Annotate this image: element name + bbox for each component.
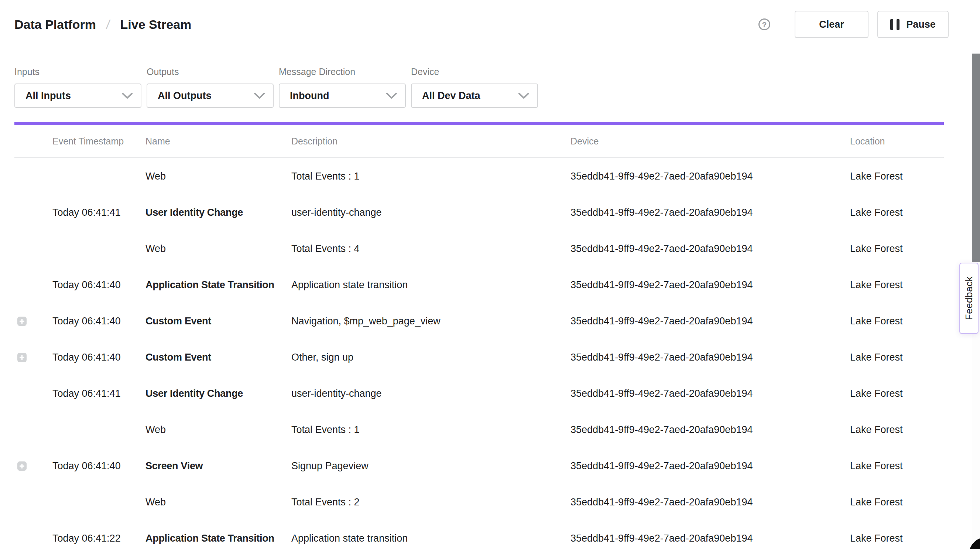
expand-cell	[14, 461, 52, 471]
table-row[interactable]: Web Total Events : 1 35eddb41-9ff9-49e2-…	[14, 158, 944, 194]
cell-location: Lake Forest	[850, 388, 944, 399]
plus-icon	[19, 319, 24, 324]
cell-timestamp: Today 06:41:22	[52, 533, 145, 544]
filter-outputs-label: Outputs	[146, 67, 274, 78]
expand-row-button[interactable]	[18, 353, 27, 362]
feedback-tab-label: Feedback	[963, 276, 975, 320]
cell-name: Custom Event	[145, 316, 291, 327]
cell-location: Lake Forest	[850, 496, 944, 508]
breadcrumb: Data Platform / Live Stream	[14, 18, 191, 32]
cell-location: Lake Forest	[850, 207, 944, 219]
cell-description: Signup Pageview	[291, 460, 571, 472]
table-row[interactable]: Web Total Events : 2 35eddb41-9ff9-49e2-…	[14, 484, 944, 520]
expand-cell	[14, 317, 52, 326]
cell-location: Lake Forest	[850, 279, 944, 291]
cell-timestamp: Today 06:41:41	[52, 388, 145, 399]
cell-location: Lake Forest	[850, 424, 944, 436]
expand-row-button[interactable]	[18, 461, 27, 471]
cell-location: Lake Forest	[850, 171, 944, 182]
table-row[interactable]: Today 06:41:40 Custom Event Navigation, …	[14, 303, 944, 339]
cell-description: Application state transition	[291, 533, 571, 544]
cell-description: Total Events : 2	[291, 496, 571, 508]
plus-icon	[19, 355, 24, 360]
cell-device: 35eddb41-9ff9-49e2-7aed-20afa90eb194	[571, 460, 850, 472]
cell-description: Total Events : 1	[291, 171, 571, 182]
cell-description: Total Events : 4	[291, 243, 571, 255]
chevron-down-icon	[122, 93, 132, 99]
chevron-down-icon	[254, 93, 265, 99]
cell-description: Other, sign up	[291, 352, 571, 363]
topbar-actions: ? Clear Pause	[759, 11, 948, 38]
filter-message-direction-label: Message Direction	[279, 67, 406, 78]
expand-cell	[14, 353, 52, 362]
cell-device: 35eddb41-9ff9-49e2-7aed-20afa90eb194	[571, 352, 850, 363]
device-dropdown[interactable]: All Dev Data	[411, 83, 538, 108]
table-row[interactable]: Web Total Events : 4 35eddb41-9ff9-49e2-…	[14, 231, 944, 267]
filter-inputs-label: Inputs	[14, 67, 142, 78]
help-icon[interactable]: ?	[759, 19, 770, 30]
table-row[interactable]: Web Total Events : 1 35eddb41-9ff9-49e2-…	[14, 412, 944, 448]
table-row[interactable]: Today 06:41:41 User Identity Change user…	[14, 194, 944, 231]
cell-timestamp: Today 06:41:40	[52, 352, 145, 363]
feedback-tab[interactable]: Feedback	[959, 263, 978, 334]
cell-device: 35eddb41-9ff9-49e2-7aed-20afa90eb194	[571, 388, 850, 399]
cell-timestamp: Today 06:41:40	[52, 316, 145, 327]
breadcrumb-live-stream: Live Stream	[120, 18, 192, 32]
table-row[interactable]: Today 06:41:40 Custom Event Other, sign …	[14, 339, 944, 375]
live-stream-table: Event Timestamp Name Description Device …	[14, 125, 944, 549]
chevron-down-icon	[386, 93, 397, 99]
cell-location: Lake Forest	[850, 243, 944, 255]
cell-name: Screen View	[145, 460, 291, 472]
filter-outputs: Outputs All Outputs	[146, 67, 274, 108]
message-direction-dropdown[interactable]: Inbound	[279, 83, 406, 108]
outputs-dropdown[interactable]: All Outputs	[146, 83, 274, 108]
table-row[interactable]: Today 06:41:40 Screen View Signup Pagevi…	[14, 448, 944, 484]
expand-row-button[interactable]	[18, 317, 27, 326]
column-header-name: Name	[145, 136, 291, 147]
filter-message-direction: Message Direction Inbound	[279, 67, 406, 108]
cell-name: Web	[145, 424, 291, 436]
table-row[interactable]: Today 06:41:22 Application State Transit…	[14, 520, 944, 549]
cell-description: user-identity-change	[291, 207, 571, 219]
pause-button[interactable]: Pause	[877, 11, 948, 38]
filter-inputs: Inputs All Inputs	[14, 67, 142, 108]
table-row[interactable]: Today 06:41:41 User Identity Change user…	[14, 375, 944, 412]
cell-location: Lake Forest	[850, 460, 944, 472]
cell-location: Lake Forest	[850, 352, 944, 363]
column-header-location: Location	[850, 136, 944, 147]
cell-description: user-identity-change	[291, 388, 571, 399]
cell-name: User Identity Change	[145, 388, 291, 399]
cell-device: 35eddb41-9ff9-49e2-7aed-20afa90eb194	[571, 243, 850, 255]
filter-device-label: Device	[411, 67, 538, 78]
filter-bar: Inputs All Inputs Outputs All Outputs Me…	[14, 67, 538, 108]
cell-name: Web	[145, 171, 291, 182]
chevron-down-icon	[519, 93, 529, 99]
cell-name: Web	[145, 243, 291, 255]
scrollbar-thumb[interactable]	[972, 54, 980, 262]
cell-timestamp: Today 06:41:40	[52, 279, 145, 291]
clear-button-label: Clear	[819, 19, 844, 30]
device-dropdown-value: All Dev Data	[422, 90, 480, 102]
cell-description: Application state transition	[291, 279, 571, 291]
clear-button[interactable]: Clear	[795, 11, 869, 38]
breadcrumb-data-platform[interactable]: Data Platform	[14, 18, 96, 32]
cell-device: 35eddb41-9ff9-49e2-7aed-20afa90eb194	[571, 533, 850, 544]
cell-location: Lake Forest	[850, 533, 944, 544]
column-header-description: Description	[291, 136, 571, 147]
plus-icon	[19, 464, 24, 468]
pause-button-label: Pause	[906, 19, 936, 30]
cell-device: 35eddb41-9ff9-49e2-7aed-20afa90eb194	[571, 496, 850, 508]
inputs-dropdown-value: All Inputs	[25, 90, 71, 102]
accent-divider	[14, 122, 944, 125]
cell-name: Application State Transition	[145, 533, 291, 544]
breadcrumb-separator: /	[105, 18, 111, 32]
filter-device: Device All Dev Data	[411, 67, 538, 108]
table-row[interactable]: Today 06:41:40 Application State Transit…	[14, 267, 944, 303]
cell-name: User Identity Change	[145, 207, 291, 219]
cell-description: Total Events : 1	[291, 424, 571, 436]
cell-device: 35eddb41-9ff9-49e2-7aed-20afa90eb194	[571, 207, 850, 219]
cell-device: 35eddb41-9ff9-49e2-7aed-20afa90eb194	[571, 171, 850, 182]
cell-timestamp: Today 06:41:41	[52, 207, 145, 219]
inputs-dropdown[interactable]: All Inputs	[14, 83, 142, 108]
cell-device: 35eddb41-9ff9-49e2-7aed-20afa90eb194	[571, 316, 850, 327]
